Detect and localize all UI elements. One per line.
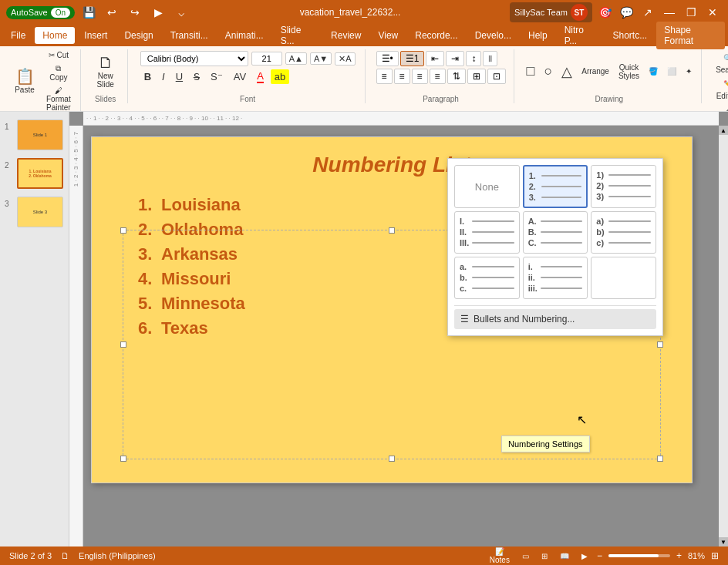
zoom-in-button[interactable]: +: [676, 550, 682, 561]
underline-button[interactable]: U: [172, 69, 187, 84]
undo-button[interactable]: ↩: [103, 3, 121, 22]
redo-button[interactable]: ↪: [126, 3, 144, 22]
text-shadow-button[interactable]: S⁻: [207, 69, 227, 84]
slide-thumb-3[interactable]: 3 Slide 3: [3, 195, 66, 229]
numbering-123-dot[interactable]: 1. 2. 3.: [523, 165, 588, 208]
line-spacing-button[interactable]: ↕: [466, 51, 481, 66]
columns-button[interactable]: ⫴: [483, 51, 497, 66]
outline-button[interactable]: ⬜: [664, 66, 679, 77]
comments-button[interactable]: 💬: [617, 3, 635, 22]
font-family-select[interactable]: Calibri (Body): [140, 51, 248, 66]
increase-indent-button[interactable]: ⇥: [446, 51, 464, 66]
search-button[interactable]: 🔍 Search: [713, 52, 728, 76]
menu-record[interactable]: Recorde...: [407, 27, 465, 44]
handle-bottom-right[interactable]: [657, 456, 663, 462]
slide-sorter-button[interactable]: ⊞: [538, 550, 551, 562]
new-slide-button[interactable]: 🗋 New Slide: [90, 52, 121, 92]
bold-button[interactable]: B: [140, 69, 155, 84]
menu-nitro[interactable]: Nitro P...: [557, 22, 604, 49]
text-align-button[interactable]: ⊞: [467, 69, 486, 84]
zoom-out-button[interactable]: −: [597, 550, 602, 561]
smartart-button[interactable]: ⊡: [487, 69, 506, 84]
menu-design[interactable]: Design: [116, 27, 160, 44]
menu-slideshow[interactable]: Slide S...: [273, 22, 322, 49]
restore-button[interactable]: ❐: [682, 3, 700, 22]
handle-middle-left[interactable]: [120, 341, 126, 348]
handle-top-middle[interactable]: [389, 227, 395, 234]
menu-file[interactable]: File: [3, 27, 33, 44]
menu-shortcuts[interactable]: Shortc...: [605, 27, 656, 44]
reading-view-button[interactable]: 📖: [557, 550, 572, 562]
clear-format-button[interactable]: ✕A: [335, 52, 355, 66]
menu-transitions[interactable]: Transiti...: [163, 27, 216, 44]
menu-shape-format[interactable]: Shape Format: [656, 22, 725, 49]
menu-insert[interactable]: Insert: [76, 27, 115, 44]
copy-button[interactable]: ⧉ Copy: [43, 62, 74, 83]
menu-view[interactable]: View: [370, 27, 406, 44]
handle-bottom-left[interactable]: [120, 456, 126, 462]
numbering-empty[interactable]: [591, 257, 656, 299]
quick-styles-button[interactable]: Quick Styles: [615, 62, 642, 82]
editing-button[interactable]: ✏️ Editing: [713, 79, 728, 102]
italic-button[interactable]: I: [158, 69, 169, 84]
slide-thumb-2[interactable]: 2 1. Louisiana2. Oklahoma: [3, 156, 66, 190]
increase-font-button[interactable]: A▲: [285, 52, 307, 65]
scroll-down-button[interactable]: ▼: [719, 537, 728, 547]
numbering-none[interactable]: None: [454, 165, 520, 208]
slide-thumb-1[interactable]: 1 Slide 1: [3, 118, 66, 152]
numbering-alpha-lower-paren[interactable]: a) b) c): [591, 211, 656, 254]
close-button[interactable]: ✕: [703, 3, 722, 22]
handle-bottom-middle[interactable]: [389, 456, 395, 462]
normal-view-button[interactable]: ▭: [519, 550, 532, 562]
shape-button-3[interactable]: △: [558, 62, 575, 82]
menu-animations[interactable]: Animati...: [217, 27, 271, 44]
decrease-indent-button[interactable]: ⇤: [426, 51, 444, 66]
minimize-button[interactable]: —: [660, 3, 679, 22]
handle-top-left[interactable]: [120, 227, 126, 234]
highlight-button[interactable]: ab: [271, 69, 289, 84]
numbered-list-button[interactable]: ☰1: [400, 51, 425, 66]
font-color-button[interactable]: A: [253, 69, 268, 85]
paste-button[interactable]: 📋 Paste: [9, 66, 40, 97]
cut-button[interactable]: ✂ Cut: [43, 49, 74, 61]
shape-button-1[interactable]: □: [524, 62, 538, 81]
menu-help[interactable]: Help: [521, 27, 555, 44]
numbering-alpha-lower-dot[interactable]: a. b. c.: [454, 257, 520, 299]
ribbon-collapse-button[interactable]: 🎯: [595, 3, 614, 22]
effects-button[interactable]: ✦: [682, 66, 695, 77]
numbering-alpha-upper[interactable]: A. B. C.: [523, 211, 588, 254]
text-direction-button[interactable]: ⇅: [447, 69, 466, 84]
numbering-roman-upper[interactable]: I. II. III.: [454, 211, 520, 254]
bullets-numbering-button[interactable]: ☰ Bullets and Numbering...: [454, 309, 656, 329]
numbering-123-paren[interactable]: 1) 2) 3): [591, 165, 656, 208]
more-button[interactable]: ⌵: [172, 3, 190, 22]
menu-developer[interactable]: Develo...: [467, 27, 519, 44]
font-size-input[interactable]: [251, 52, 282, 66]
fill-button[interactable]: 🪣: [645, 66, 661, 77]
dictate-button[interactable]: 🎤 Dictate: [713, 105, 728, 112]
decrease-font-button[interactable]: A▼: [310, 52, 332, 65]
fit-slide-button[interactable]: ⊞: [711, 550, 719, 561]
justify-button[interactable]: ≡: [430, 69, 446, 84]
notes-button[interactable]: 📝 Notes: [487, 546, 513, 565]
present-button[interactable]: ▶: [149, 3, 167, 22]
handle-middle-right[interactable]: [657, 341, 663, 348]
scroll-track[interactable]: [719, 135, 728, 537]
char-spacing-button[interactable]: AV: [230, 69, 250, 84]
align-right-button[interactable]: ≡: [412, 69, 428, 84]
save-button[interactable]: 💾: [79, 3, 98, 22]
autosave-toggle[interactable]: AutoSave On: [6, 6, 75, 19]
format-painter-button[interactable]: 🖌 Format Painter: [43, 85, 74, 112]
menu-review[interactable]: Review: [323, 27, 369, 44]
shape-button-2[interactable]: ○: [541, 62, 555, 81]
strikethrough-button[interactable]: S̶: [190, 69, 204, 84]
zoom-bar[interactable]: [608, 554, 670, 557]
align-left-button[interactable]: ≡: [376, 69, 393, 84]
scroll-up-button[interactable]: ▲: [719, 126, 728, 135]
align-center-button[interactable]: ≡: [394, 69, 410, 84]
menu-home[interactable]: Home: [35, 27, 75, 44]
numbering-roman-lower[interactable]: i. ii. iii.: [523, 257, 588, 299]
share-button[interactable]: ↗: [639, 3, 657, 22]
right-scrollbar[interactable]: ▲ ▼: [719, 126, 728, 547]
bullet-list-button[interactable]: ☰•: [376, 51, 399, 66]
